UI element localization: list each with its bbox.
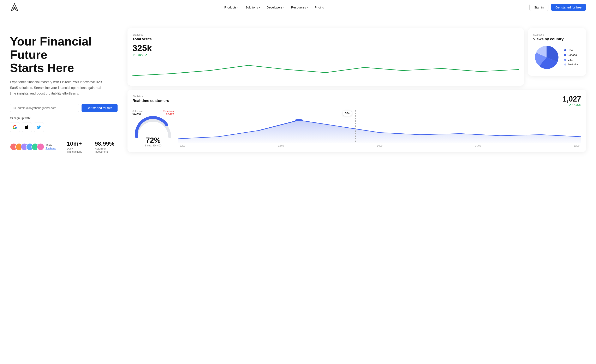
nav-products[interactable]: Products ▾ <box>224 6 238 9</box>
card-total-visits: Statistics Total visits 325k +18.34% ↗ <box>127 28 524 86</box>
google-button[interactable] <box>10 122 20 132</box>
visits-change: +18.34% ↗ <box>133 53 519 57</box>
gauge-sub-label: Sales: $24,400 <box>133 144 174 147</box>
legend-canada: Canada <box>564 53 578 57</box>
avatar-group <box>10 143 42 151</box>
logo[interactable] <box>10 3 19 12</box>
area-chart-container: 574 <box>178 110 581 147</box>
card-title: Total visits <box>133 37 519 41</box>
nav-solutions[interactable]: Solutions ▾ <box>245 6 260 9</box>
chevron-down-icon: ▾ <box>283 6 284 9</box>
svg-point-0 <box>14 4 15 5</box>
email-row: ✉ Get started for free <box>10 104 118 112</box>
hero-title: Your Financial Future Starts Here <box>10 35 118 74</box>
realtime-header: Statistics Real-time customers 1,027 ↗ 1… <box>133 95 581 107</box>
stats-row: 18.6k+ Reviews 10m+ Daily Transactions 9… <box>10 140 118 153</box>
card-views-by-country: Statistics Views by country <box>528 28 586 76</box>
card-title: Views by country <box>533 37 581 41</box>
hero-left: Your Financial Future Starts Here Experi… <box>10 28 118 153</box>
hero-subtitle: Experience financial mastery with FinTec… <box>10 79 105 96</box>
gauge-labels: Sales goal $32,000 Remaining $7,600 <box>133 110 174 115</box>
gauge-area: Sales goal $32,000 Remaining $7,600 <box>133 110 174 147</box>
card-section-label: Statistics <box>533 33 581 36</box>
realtime-title-area: Statistics Real-time customers <box>133 95 169 105</box>
line-chart <box>133 59 519 80</box>
legend-dot <box>564 64 566 66</box>
tooltip: 574 <box>343 111 352 116</box>
stat-transactions: 10m+ Daily Transactions <box>67 140 86 153</box>
legend-dot <box>564 59 566 61</box>
legend-usa: USA <box>564 49 578 52</box>
legend-dot <box>564 54 566 56</box>
avatar <box>37 143 44 151</box>
legend-uk: U.K. <box>564 58 578 61</box>
twitter-button[interactable] <box>34 122 44 132</box>
pie-legend: USA Canada U.K. Australia <box>564 49 578 66</box>
svg-point-2 <box>295 119 303 121</box>
realtime-bottom: Sales goal $32,000 Remaining $7,600 <box>133 110 581 147</box>
stat-roi: 98.99% Return on Investment <box>95 140 118 153</box>
realtime-change: ↗ 12.75% <box>562 103 581 107</box>
nav-developers[interactable]: Developers ▾ <box>267 6 284 9</box>
pie-row: USA Canada U.K. Australia <box>533 44 581 71</box>
navbar: Products ▾ Solutions ▾ Developers ▾ Reso… <box>0 0 596 15</box>
social-buttons <box>10 122 118 132</box>
signin-button[interactable]: Sign in <box>529 4 548 11</box>
email-input-wrapper: ✉ <box>10 104 79 112</box>
hero-section: Your Financial Future Starts Here Experi… <box>0 15 596 364</box>
email-icon: ✉ <box>14 106 16 110</box>
area-chart <box>178 110 581 143</box>
legend-dot <box>564 49 566 51</box>
nav-resources[interactable]: Resources ▾ <box>291 6 308 9</box>
signup-label: Or Sign up with: <box>10 116 118 120</box>
realtime-count: 1,027 ↗ 12.75% <box>562 95 581 107</box>
pie-chart <box>533 44 560 71</box>
reviews-link[interactable]: Reviews <box>45 147 56 150</box>
chevron-down-icon: ▾ <box>259 6 260 9</box>
reviews-area: 18.6k+ Reviews <box>10 143 59 151</box>
reviews-text: 18.6k+ Reviews <box>45 144 59 150</box>
hero-cta-button[interactable]: Get started for free <box>82 104 118 112</box>
card-realtime-customers: Statistics Real-time customers 1,027 ↗ 1… <box>127 90 586 152</box>
hero-right: Statistics Total visits 325k +18.34% ↗ S… <box>127 28 586 152</box>
nav-actions: Sign in Get started for free <box>529 4 586 11</box>
nav-links: Products ▾ Solutions ▾ Developers ▾ Reso… <box>224 6 324 9</box>
chevron-down-icon: ▾ <box>237 6 238 9</box>
getstarted-nav-button[interactable]: Get started for free <box>551 4 586 11</box>
visits-value: 325k <box>133 44 519 52</box>
email-field[interactable] <box>18 106 75 110</box>
legend-australia: Australia <box>564 63 578 66</box>
card-section-label: Statistics <box>133 95 169 98</box>
card-title: Real-time customers <box>133 99 169 103</box>
realtime-number: 1,027 <box>562 95 581 103</box>
chevron-down-icon: ▾ <box>307 6 308 9</box>
apple-button[interactable] <box>22 122 32 132</box>
nav-pricing[interactable]: Pricing <box>314 6 324 9</box>
charts-top-row: Statistics Total visits 325k +18.34% ↗ S… <box>127 28 586 86</box>
card-section-label: Statistics <box>133 33 519 36</box>
x-axis: 10:00 12:00 14:00 16:00 18:00 <box>178 145 581 147</box>
svg-point-1 <box>165 123 168 126</box>
